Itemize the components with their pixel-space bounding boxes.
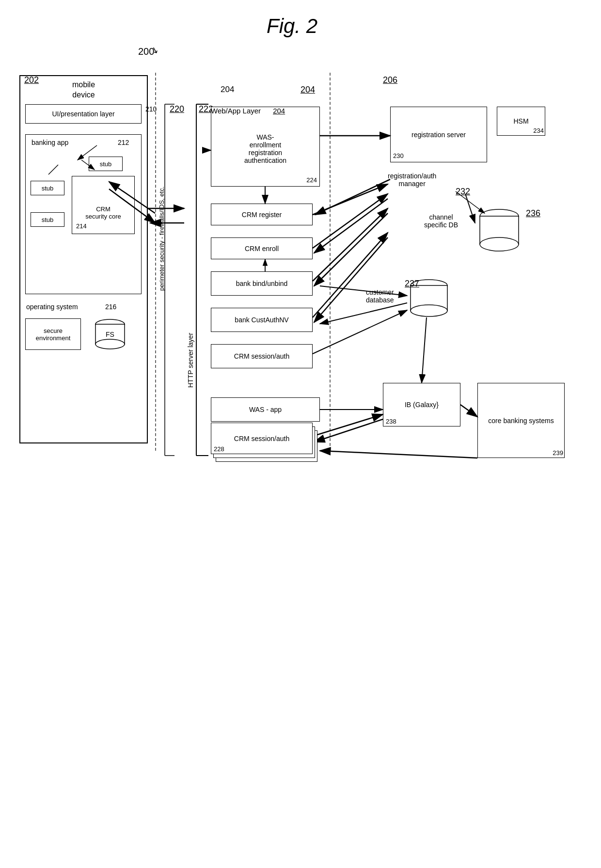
was-app-box: WAS - app: [211, 397, 320, 422]
ref-214: 214: [76, 222, 87, 230]
ref-238: 238: [386, 418, 396, 425]
banking-app-box: banking app 212 stub stub CRMsecurity co…: [25, 134, 142, 294]
ui-presentation-box: UI/presentation layer: [25, 104, 142, 124]
svg-line-27: [465, 194, 475, 223]
svg-line-34: [422, 317, 427, 383]
svg-line-21: [313, 194, 388, 248]
svg-line-22: [314, 199, 388, 253]
svg-line-28: [320, 286, 407, 296]
dashed-line-2: [330, 73, 331, 451]
dashed-line-1: [155, 73, 156, 451]
svg-line-20: [315, 179, 390, 215]
ref-239: 239: [553, 449, 563, 457]
perimeter-security-text: perimeter security - firewalls/IDS, etc.: [158, 97, 165, 291]
customer-database-label: customerdatabase: [366, 288, 394, 304]
svg-line-30: [460, 405, 477, 417]
channel-specific-db-cylinder: [475, 208, 523, 254]
crm-enroll-label: CRM enroll: [245, 245, 279, 253]
bank-bind-unbind-box: bank bind/unbind: [211, 271, 313, 296]
was-enrollment-label: WAS-enrollmentregistrationauthentication: [244, 129, 286, 164]
svg-line-35: [320, 451, 477, 458]
svg-point-6: [480, 237, 519, 251]
svg-line-24: [314, 213, 388, 286]
stub-3-box: stub: [31, 212, 64, 227]
ref-204-label: 204: [300, 85, 315, 95]
bank-cust-auth-label: bank CustAuthNV: [235, 316, 288, 324]
was-enrollment-box: WAS-enrollmentregistrationauthentication…: [211, 107, 320, 187]
secure-environment-label: secureenvironment: [36, 327, 71, 342]
svg-line-29: [320, 303, 407, 324]
reg-auth-manager-label: registration/authmanager: [388, 172, 436, 188]
svg-line-32: [314, 419, 383, 442]
svg-line-36: [313, 310, 407, 354]
registration-server-label: registration server: [411, 131, 466, 139]
http-server-layer-text: HTTP server layer: [187, 121, 194, 388]
svg-text:FS: FS: [106, 331, 114, 338]
hsm-label: HSM: [513, 117, 528, 125]
fs-cylinder: FS: [93, 318, 127, 350]
mobile-device-box: mobiledevice UI/presentation layer 210 b…: [19, 75, 148, 443]
svg-line-25: [313, 233, 388, 317]
crm-enroll-box: CRM enroll: [211, 237, 313, 259]
ref-230: 230: [393, 152, 404, 159]
bank-cust-auth-box: bank CustAuthNV: [211, 308, 313, 332]
channel-specific-db-label: channelspecific DB: [424, 213, 458, 229]
stub-2-box: stub: [31, 181, 64, 195]
figure-title: Fig. 2: [267, 15, 317, 38]
ref-232: 232: [456, 187, 470, 197]
bank-bind-unbind-label: bank bind/unbind: [236, 280, 288, 287]
core-banking-systems-box: core banking systems 239: [477, 383, 565, 458]
crm-session-auth-top-label: CRM session/auth: [234, 352, 289, 360]
ref-224: 224: [306, 176, 317, 184]
ref-220: 220: [170, 104, 184, 114]
mobile-device-label: mobiledevice: [72, 80, 95, 100]
stub-1-box: stub: [89, 157, 123, 171]
webapp-layer-label: 204: [221, 85, 234, 95]
crm-security-core-box: CRMsecurity core 214: [72, 176, 135, 234]
operating-system-label: operating system: [26, 303, 78, 311]
ref-237: 237: [405, 279, 419, 289]
banking-app-label: banking app: [32, 139, 68, 146]
ref-234: 234: [533, 127, 544, 134]
core-banking-systems-label: core banking systems: [488, 417, 554, 425]
ref-216: 216: [105, 303, 116, 311]
crm-register-box: CRM register: [211, 204, 313, 225]
ib-galaxy-box: IB (Galaxy} 238: [383, 383, 460, 426]
svg-line-23: [313, 208, 388, 281]
svg-line-19: [313, 184, 388, 215]
svg-point-2: [95, 339, 125, 349]
ref-228: 228: [214, 445, 224, 453]
hsm-box: HSM 234: [497, 107, 545, 136]
secure-environment-box: secureenvironment: [25, 318, 81, 350]
crm-session-auth-bottom-box: CRM session/auth 228: [211, 423, 313, 454]
ref-206: 206: [383, 75, 397, 85]
registration-server-box: registration server 230: [390, 107, 487, 162]
web-app-layer-top-label: Web/App Layer 204: [211, 107, 285, 115]
crm-session-auth-bottom-label: CRM session/auth: [234, 435, 289, 442]
ref-212: 212: [118, 139, 129, 146]
crm-session-auth-top-box: CRM session/auth: [211, 344, 313, 368]
ref-236: 236: [526, 208, 540, 219]
ib-galaxy-label: IB (Galaxy}: [405, 401, 439, 409]
crm-security-core-label: CRMsecurity core: [85, 205, 121, 220]
svg-line-31: [313, 414, 383, 436]
was-app-label: WAS - app: [249, 406, 282, 413]
svg-point-9: [411, 305, 447, 316]
diagram: Fig. 2 200 ↘ 202 mobiledevice UI/present…: [0, 0, 601, 868]
crm-register-label: CRM register: [242, 211, 282, 219]
svg-line-26: [314, 237, 388, 322]
